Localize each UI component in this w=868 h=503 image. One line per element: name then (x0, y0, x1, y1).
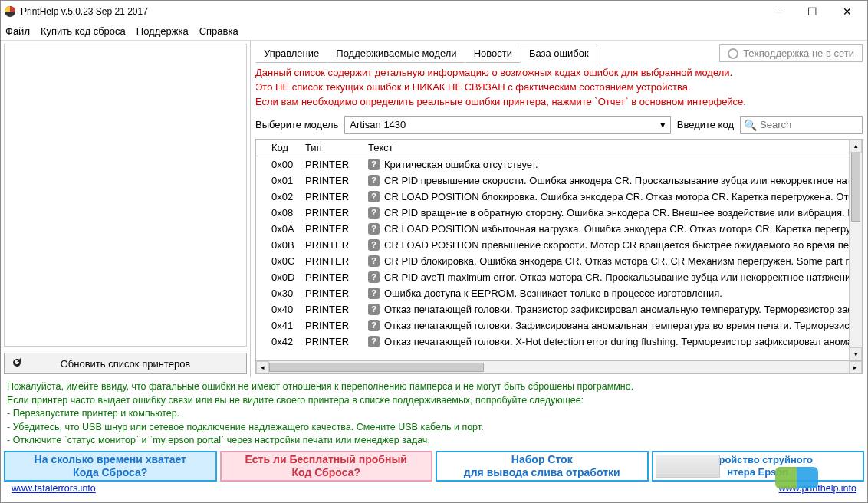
banner-waste-kit[interactable]: Набор Стокдля вывода слива отработки (436, 451, 649, 482)
cell-code: 0x0B (256, 239, 305, 251)
cell-code: 0x00 (256, 159, 305, 170)
cell-type: PRINTER (305, 159, 363, 170)
cell-type: PRINTER (305, 304, 363, 315)
cell-text: CR PID блокировка. Ошибка энкодера CR. О… (384, 255, 849, 267)
cell-text: CR LOAD POSITION избыточная нагрузка. Ош… (384, 223, 849, 235)
table-row[interactable]: 0x01PRINTER?CR PID превышение скорости. … (256, 173, 849, 189)
cell-text: Отказ печатающей головки. X-Hot detectio… (384, 336, 849, 347)
help-icon: ? (368, 223, 380, 235)
tab-news[interactable]: Новости (465, 44, 521, 63)
support-status-button[interactable]: Техподдержка не в сети (719, 44, 863, 62)
menu-file[interactable]: Файл (5, 25, 30, 37)
cell-code: 0x40 (256, 304, 305, 315)
scroll-down-icon[interactable]: ▾ (850, 347, 862, 360)
banner-free-trial[interactable]: Есть ли Бесплатный пробныйКод Сброса? (220, 451, 433, 482)
menubar: Файл Купить код сброса Поддержка Справка (1, 22, 867, 41)
cell-text: Критическая ошибка отсутствует. (384, 159, 538, 170)
footer-help-text: Пожалуйста, имейте ввиду, что фатальные … (1, 377, 867, 451)
tab-errors[interactable]: База ошибок (521, 44, 597, 63)
search-input[interactable]: 🔍 Search (740, 116, 863, 134)
table-header: Код Тип Текст (256, 140, 849, 156)
banner-epson-device[interactable]: Устройство струйногонтера Epson (652, 451, 865, 482)
cell-type: PRINTER (305, 175, 363, 186)
cell-type: PRINTER (305, 223, 363, 235)
menu-support[interactable]: Поддержка (136, 25, 189, 37)
help-icon: ? (368, 320, 380, 331)
cell-text: Отказ печатающей головки. Зафиксирована … (384, 320, 849, 331)
table-row[interactable]: 0x02PRINTER?CR LOAD POSITION блокировка.… (256, 189, 849, 205)
printer-list-pane (4, 44, 247, 347)
banner-row: На сколько времени хватаетКода Сброса? Е… (1, 451, 867, 482)
cell-code: 0x08 (256, 207, 305, 219)
refresh-printers-button[interactable]: Обновить список принтеров (4, 353, 247, 374)
table-row[interactable]: 0x0DPRINTER?CR PID aveTi maximum error. … (256, 269, 849, 285)
cell-code: 0x02 (256, 191, 305, 202)
table-row[interactable]: 0x0CPRINTER?CR PID блокировка. Ошибка эн… (256, 253, 849, 269)
link-fatalerrors[interactable]: www.fatalerrors.info (12, 483, 96, 494)
menu-buy[interactable]: Купить код сброса (41, 25, 126, 37)
cell-type: PRINTER (305, 336, 363, 347)
vertical-scrollbar[interactable]: ▴ ▾ (849, 140, 862, 360)
tab-control[interactable]: Управление (255, 44, 327, 63)
cell-type: PRINTER (305, 255, 363, 267)
close-button[interactable]: ✕ (830, 1, 864, 22)
table-row[interactable]: 0x30PRINTER?Ошибка доступа к EEPROM. Воз… (256, 285, 849, 301)
cell-text: CR PID превышение скорости. Ошибка энкод… (384, 175, 849, 186)
cell-text: CR LOAD POSITION блокировка. Ошибка энко… (384, 191, 849, 202)
model-select[interactable]: Artisan 1430 ▾ (344, 116, 670, 134)
table-row[interactable]: 0x41PRINTER?Отказ печатающей головки. За… (256, 317, 849, 334)
model-select-label: Выберите модель (255, 119, 338, 130)
minimize-button[interactable]: ─ (761, 1, 795, 22)
table-row[interactable]: 0x0BPRINTER?CR LOAD POSITION превышение … (256, 237, 849, 253)
table-row[interactable]: 0x0APRINTER?CR LOAD POSITION избыточная … (256, 221, 849, 237)
banner-image (656, 455, 720, 478)
code-input-label: Введите код (677, 119, 734, 130)
col-code[interactable]: Код (256, 142, 305, 153)
help-icon: ? (368, 336, 380, 347)
headset-icon (728, 48, 738, 59)
cell-code: 0x0D (256, 271, 305, 283)
cell-type: PRINTER (305, 320, 363, 331)
cell-text: CR PID вращение в обратную сторону. Ошиб… (384, 207, 849, 219)
scroll-up-icon[interactable]: ▴ (850, 140, 862, 153)
maximize-button[interactable]: ☐ (795, 1, 830, 22)
tab-models[interactable]: Поддерживаемые модели (327, 44, 465, 63)
help-icon: ? (368, 191, 380, 202)
help-icon: ? (368, 288, 380, 299)
banner-reset-duration[interactable]: На сколько времени хватаетКода Сброса? (4, 451, 217, 482)
col-text[interactable]: Текст (363, 142, 849, 153)
help-icon: ? (368, 271, 380, 283)
cell-type: PRINTER (305, 271, 363, 283)
table-row[interactable]: 0x08PRINTER?CR PID вращение в обратную с… (256, 205, 849, 221)
model-value: Artisan 1430 (350, 119, 406, 130)
help-icon: ? (368, 207, 380, 219)
cell-code: 0x0A (256, 223, 305, 235)
help-icon: ? (368, 304, 380, 315)
scroll-left-icon[interactable]: ◂ (256, 361, 269, 373)
cell-code: 0x41 (256, 320, 305, 331)
horizontal-scrollbar[interactable]: ◂ ▸ (255, 361, 863, 374)
table-row[interactable]: 0x42PRINTER?Отказ печатающей головки. X-… (256, 334, 849, 350)
cell-type: PRINTER (305, 288, 363, 299)
cell-type: PRINTER (305, 239, 363, 251)
refresh-label: Обновить список принтеров (61, 358, 191, 370)
table-row[interactable]: 0x40PRINTER?Отказ печатающей головки. Тр… (256, 301, 849, 317)
os-icons (775, 467, 818, 488)
support-label: Техподдержка не в сети (743, 48, 854, 59)
scroll-right-icon[interactable]: ▸ (849, 361, 862, 373)
help-icon: ? (368, 159, 380, 170)
table-row[interactable]: 0x00PRINTER?Критическая ошибка отсутству… (256, 156, 849, 173)
app-icon (4, 5, 16, 18)
help-icon: ? (368, 255, 380, 267)
tab-bar: Управление Поддерживаемые модели Новости… (255, 44, 597, 63)
col-type[interactable]: Тип (305, 142, 363, 153)
menu-help[interactable]: Справка (199, 25, 238, 37)
cell-code: 0x42 (256, 336, 305, 347)
windows-icon (797, 467, 818, 488)
cell-code: 0x01 (256, 175, 305, 186)
hscroll-thumb[interactable] (269, 363, 484, 372)
search-icon: 🔍 (744, 119, 757, 131)
cell-code: 0x0C (256, 255, 305, 267)
chevron-down-icon: ▾ (660, 119, 666, 130)
scroll-thumb[interactable] (851, 153, 860, 222)
